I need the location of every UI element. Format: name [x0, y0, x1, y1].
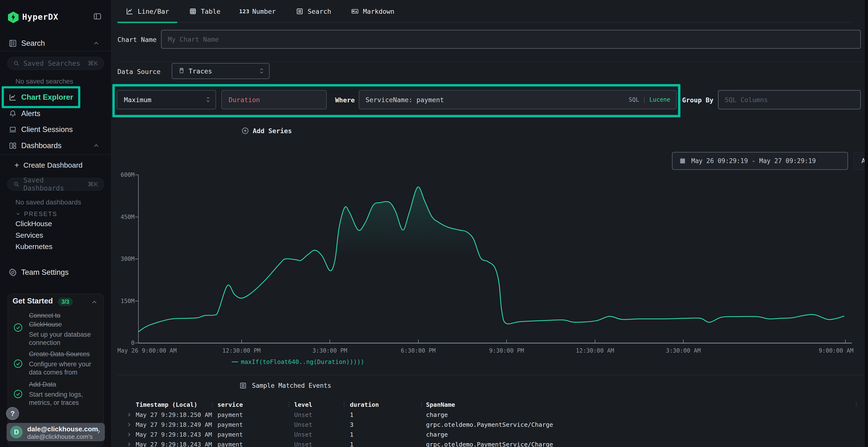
- preset-kubernetes[interactable]: Kubernetes: [16, 243, 52, 251]
- table-cell[interactable]: Unset: [294, 421, 312, 428]
- tab-search[interactable]: Search: [287, 0, 340, 23]
- collapse-sidebar-icon[interactable]: [93, 12, 102, 20]
- chevron-up-icon[interactable]: [91, 299, 97, 305]
- user-email: dale@clickhouse.com: [27, 425, 98, 433]
- tab-markdown[interactable]: Markdown: [343, 0, 402, 23]
- legend-series-name: maxIf(toFloat640..ng(Duration))))): [241, 358, 364, 365]
- get-started-item-description: Start sending logs, metrics, or traces: [29, 390, 95, 407]
- presets-toggle[interactable]: PRESETS: [0, 209, 112, 219]
- user-menu[interactable]: D dale@clickhouse.com dale@clickhouse.co…: [6, 423, 105, 441]
- get-started-item[interactable]: Connect to ClickHouseSet up your databas…: [29, 311, 95, 347]
- tab-table[interactable]: Table: [181, 0, 228, 23]
- table-cell[interactable]: Unset: [294, 431, 312, 438]
- user-subtitle: dale@clickhouse.com's: [27, 433, 93, 441]
- table-cell[interactable]: Unset: [294, 411, 312, 418]
- table-cell[interactable]: May 27 9:29:18.250 AM: [136, 411, 212, 418]
- table-cell[interactable]: May 27 9:29:18.243 AM: [136, 431, 212, 438]
- table-cell[interactable]: 3: [350, 421, 353, 428]
- chevron-down-icon: [16, 211, 21, 216]
- table-cell[interactable]: Unset: [294, 441, 312, 447]
- sidebar-item-chart-explorer[interactable]: Chart Explorer: [0, 89, 112, 105]
- divider: [117, 375, 863, 375]
- sql-toggle[interactable]: SQL: [628, 96, 639, 103]
- data-source-select[interactable]: Traces: [172, 63, 270, 79]
- chevron-up-icon[interactable]: [93, 143, 99, 149]
- sidebar-item-alerts[interactable]: Alerts: [0, 106, 112, 122]
- select-chevrons-icon: [259, 67, 264, 75]
- calendar-icon: [679, 158, 686, 164]
- x-axis-label: 3:30:00 AM: [666, 347, 701, 354]
- check-circle-icon: [13, 359, 23, 369]
- lucene-toggle[interactable]: Lucene: [649, 96, 670, 103]
- tab-line-bar[interactable]: Line/Bar: [117, 0, 177, 23]
- table-cell[interactable]: charge: [426, 431, 448, 438]
- group-by-input[interactable]: [718, 96, 860, 104]
- presets-label: PRESETS: [24, 210, 57, 217]
- table-cell[interactable]: payment: [217, 441, 243, 447]
- search-icon: [13, 60, 20, 66]
- saved-dashboards-placeholder: Saved Dashboards: [23, 176, 88, 192]
- no-saved-searches-text: No saved searches: [16, 77, 73, 85]
- sidebar-item-search[interactable]: Search: [0, 35, 112, 51]
- column-header-spanname[interactable]: SpanName: [426, 401, 455, 408]
- expand-row-icon[interactable]: [126, 422, 132, 427]
- series-area: [138, 187, 844, 343]
- expand-row-icon[interactable]: [126, 412, 132, 417]
- sidebar-item-team-settings[interactable]: Team Settings: [0, 265, 112, 280]
- sidebar-item-client-sessions[interactable]: Client Sessions: [0, 122, 112, 138]
- add-series-button[interactable]: Add Series: [241, 127, 292, 135]
- chart-name-input[interactable]: [161, 36, 860, 43]
- table-cell[interactable]: payment: [217, 421, 243, 428]
- table-cell[interactable]: 1: [350, 441, 353, 447]
- chart-name-label: Chart Name: [117, 36, 157, 43]
- table-cell[interactable]: payment: [217, 431, 243, 438]
- preset-clickhouse[interactable]: ClickHouse: [16, 220, 52, 228]
- date-range-picker[interactable]: May 26 09:29:19 - May 27 09:29:19: [672, 152, 848, 170]
- help-button[interactable]: ?: [6, 407, 19, 420]
- column-header-timestamp-local-[interactable]: Timestamp (Local): [136, 401, 197, 408]
- get-started-item-title: Connect to ClickHouse: [29, 311, 95, 329]
- aggregation-select[interactable]: Maximum: [117, 90, 216, 109]
- column-resize-handle[interactable]: ⋮: [341, 402, 347, 408]
- column-resize-handle[interactable]: ⋮: [286, 402, 292, 408]
- x-axis-label: 12:30:00 AM: [576, 347, 614, 354]
- table-cell[interactable]: 1: [350, 431, 353, 438]
- line-chart-icon: [126, 7, 134, 15]
- table-cell[interactable]: May 27 9:29:18.243 AM: [136, 441, 212, 447]
- chart-legend: maxIf(toFloat640..ng(Duration))))): [232, 358, 364, 365]
- get-started-item[interactable]: Add DataStart sending logs, metrics, or …: [29, 380, 95, 407]
- expand-row-icon[interactable]: [126, 442, 132, 447]
- tab-label: Markdown: [363, 8, 394, 15]
- sidebar-item-label: Alerts: [21, 109, 40, 118]
- where-field: SQL | Lucene: [359, 90, 677, 109]
- create-dashboard-button[interactable]: + Create Dashboard: [0, 159, 112, 172]
- table-cell[interactable]: grpc.oteldemo.PaymentService/Charge: [426, 421, 553, 428]
- table-cell[interactable]: 1: [350, 411, 353, 418]
- saved-dashboards-input[interactable]: Saved Dashboards ⌘K: [7, 178, 104, 191]
- saved-searches-input[interactable]: Saved Searches ⌘K: [7, 57, 104, 70]
- expand-row-icon[interactable]: [126, 432, 132, 437]
- y-axis-tick: [135, 217, 138, 217]
- where-label: Where: [335, 96, 355, 104]
- table-cell[interactable]: grpc.oteldemo.PaymentService/Charge: [426, 441, 553, 447]
- sidebar-item-dashboards[interactable]: Dashboards: [0, 138, 112, 153]
- tab-number[interactable]: 123Number: [232, 0, 284, 23]
- table-cell[interactable]: payment: [217, 411, 243, 418]
- column-resize-handle[interactable]: ⋮: [210, 402, 215, 408]
- table-cell[interactable]: charge: [426, 411, 448, 418]
- table-menu-icon[interactable]: ⋮: [854, 402, 859, 408]
- preset-services[interactable]: Services: [16, 231, 43, 239]
- scrollbar[interactable]: [864, 0, 868, 447]
- column-header-duration[interactable]: duration: [350, 401, 379, 408]
- column-resize-handle[interactable]: ⋮: [419, 402, 424, 408]
- get-started-item[interactable]: Create Data SourcesConfigure where your …: [29, 350, 95, 376]
- field-select[interactable]: Duration: [221, 90, 327, 109]
- get-started-item-description: Set up your database connection: [29, 331, 95, 347]
- column-header-service[interactable]: service: [217, 401, 243, 408]
- chevron-up-icon[interactable]: [93, 40, 99, 46]
- column-header-level[interactable]: level: [294, 401, 312, 408]
- divider: [117, 62, 863, 62]
- table-cell[interactable]: May 27 9:29:18.249 AM: [136, 421, 212, 428]
- x-axis-label: 9:30:00 PM: [489, 347, 524, 354]
- no-saved-dashboards-text: No saved dashboards: [16, 199, 81, 206]
